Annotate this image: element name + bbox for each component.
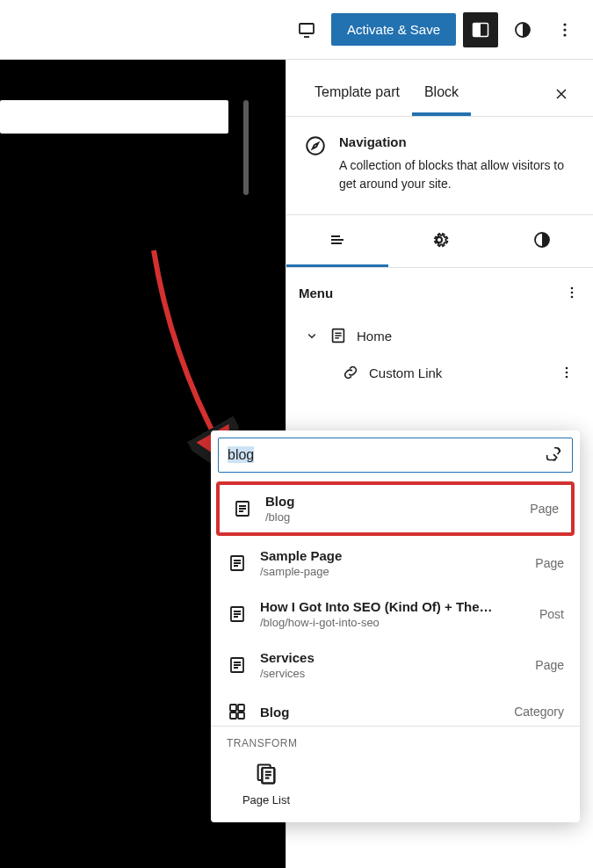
svg-point-15 xyxy=(566,372,568,374)
tree-item-custom-link[interactable]: Custom Link xyxy=(299,354,581,391)
svg-rect-0 xyxy=(300,24,314,33)
transform-label: Page List xyxy=(242,793,290,807)
subtab-settings[interactable] xyxy=(388,215,490,267)
search-result-blog[interactable]: Blog /blog Page xyxy=(216,481,575,536)
svg-point-7 xyxy=(563,33,566,36)
link-search-popover: blog Blog /blog Page Sample Page /sample… xyxy=(211,430,580,822)
tree-item-label: Home xyxy=(357,329,392,344)
menu-tree: Home Custom Link xyxy=(286,317,593,409)
view-desktop-button[interactable] xyxy=(289,12,324,47)
post-icon xyxy=(227,604,248,625)
search-result-blog-category[interactable]: Blog Category xyxy=(211,691,580,726)
subtab-list-view[interactable] xyxy=(286,215,388,267)
tab-template-part[interactable]: Template part xyxy=(302,74,412,116)
svg-point-5 xyxy=(563,23,566,25)
result-sub: /services xyxy=(260,667,523,680)
submit-icon[interactable] xyxy=(544,445,563,465)
settings-toggle-button[interactable] xyxy=(463,12,498,47)
block-info-panel: Navigation A collection of blocks that a… xyxy=(286,117,593,215)
search-input-row: blog xyxy=(218,438,573,473)
canvas-scrollbar[interactable] xyxy=(243,100,249,195)
block-subtabs xyxy=(286,215,593,268)
result-title: Blog xyxy=(260,705,502,720)
search-input[interactable]: blog xyxy=(228,447,544,463)
svg-rect-2 xyxy=(481,23,488,37)
page-list-icon xyxy=(254,762,278,786)
result-title: Sample Page xyxy=(260,548,523,563)
result-title: Services xyxy=(260,650,523,665)
svg-point-6 xyxy=(563,28,566,31)
link-icon xyxy=(341,363,360,382)
svg-point-8 xyxy=(307,137,324,155)
block-description: A collection of blocks that allow visito… xyxy=(339,156,575,193)
result-title: Blog xyxy=(265,494,517,509)
result-sub: /sample-page xyxy=(260,565,523,578)
svg-point-12 xyxy=(571,296,574,299)
navigation-icon xyxy=(304,134,327,193)
result-type: Page xyxy=(530,502,559,516)
tree-item-home[interactable]: Home xyxy=(299,317,581,354)
page-icon xyxy=(329,326,348,345)
canvas-block[interactable] xyxy=(0,100,228,134)
svg-point-11 xyxy=(571,292,574,294)
result-type: Category xyxy=(514,705,564,719)
close-sidebar-button[interactable] xyxy=(546,78,577,112)
transform-section: TRANSFORM Page List xyxy=(211,726,580,822)
svg-point-16 xyxy=(566,376,568,379)
sidebar-tabs: Template part Block xyxy=(286,60,593,117)
category-icon xyxy=(227,701,248,722)
menu-options-button[interactable] xyxy=(563,284,581,301)
page-icon xyxy=(227,553,248,574)
top-toolbar: Activate & Save xyxy=(0,0,593,60)
menu-section-header: Menu xyxy=(286,268,593,317)
transform-page-list[interactable]: Page List xyxy=(227,762,306,807)
search-result-seo-post[interactable]: How I Got Into SEO (Kind Of) + The… /blo… xyxy=(211,589,580,640)
svg-rect-21 xyxy=(230,705,236,711)
subtab-styles[interactable] xyxy=(491,215,593,267)
search-result-services[interactable]: Services /services Page xyxy=(211,640,580,691)
search-results: Blog /blog Page Sample Page /sample-page… xyxy=(211,480,580,726)
result-type: Post xyxy=(539,607,564,621)
result-title: How I Got Into SEO (Kind Of) + The… xyxy=(260,599,527,614)
tab-block[interactable]: Block xyxy=(412,74,471,116)
styles-button[interactable] xyxy=(505,12,540,47)
svg-rect-24 xyxy=(238,712,244,719)
search-result-sample-page[interactable]: Sample Page /sample-page Page xyxy=(211,538,580,589)
chevron-down-icon xyxy=(304,328,320,344)
result-sub: /blog xyxy=(265,510,517,524)
activate-save-button[interactable]: Activate & Save xyxy=(331,13,456,46)
tree-item-label: Custom Link xyxy=(369,365,442,380)
svg-point-10 xyxy=(571,287,574,290)
transform-heading: TRANSFORM xyxy=(227,737,564,749)
result-type: Page xyxy=(535,556,564,570)
svg-rect-22 xyxy=(238,705,244,711)
block-title: Navigation xyxy=(339,134,575,149)
svg-point-14 xyxy=(566,367,568,370)
page-icon xyxy=(232,498,253,519)
result-type: Page xyxy=(535,658,564,672)
menu-heading: Menu xyxy=(299,286,333,300)
result-sub: /blog/how-i-got-into-seo xyxy=(260,616,527,629)
page-icon xyxy=(227,655,248,676)
item-options-button[interactable] xyxy=(558,364,575,381)
more-options-button[interactable] xyxy=(547,12,582,47)
svg-rect-23 xyxy=(230,712,236,719)
